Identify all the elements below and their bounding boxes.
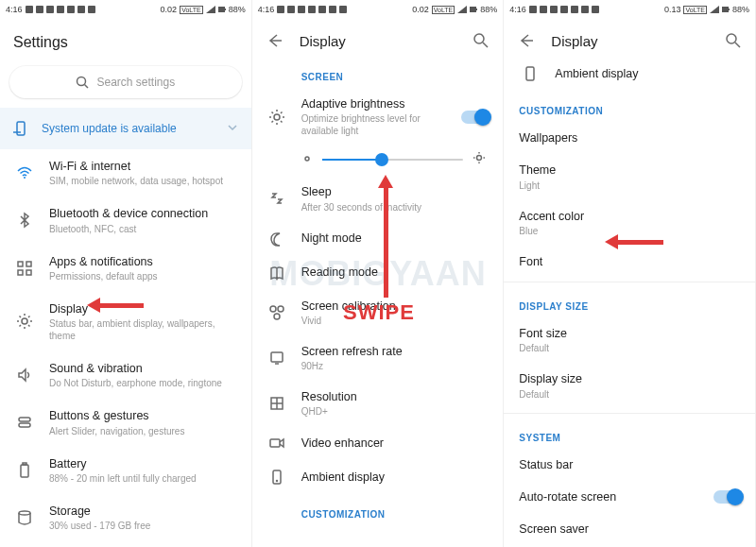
brightness-slider[interactable] — [252, 145, 504, 176]
item-font-size[interactable]: Font sizeDefault — [504, 317, 755, 363]
item-sub: Default — [519, 342, 742, 354]
brightness-low-icon — [301, 151, 313, 168]
section-system: SYSTEM — [504, 418, 755, 449]
settings-item-security[interactable]: Security & lock screen — [0, 541, 251, 547]
item-display-size[interactable]: Display sizeDefault — [504, 363, 755, 408]
item-sub: After 30 seconds of inactivity — [301, 201, 490, 214]
display-screen: 4:16 0.02 VoLTE 88% Display SCREE — [252, 0, 505, 547]
settings-item-apps[interactable]: Apps & notificationsPermissions, default… — [0, 245, 251, 292]
item-title: Battery — [49, 456, 238, 471]
svg-point-38 — [727, 34, 736, 43]
svg-rect-18 — [470, 7, 476, 12]
item-sub: Optimize brightness level for available … — [301, 112, 449, 137]
status-app-icon — [339, 6, 347, 13]
item-title: Font size — [519, 326, 742, 341]
svg-point-35 — [276, 481, 277, 482]
moon-icon — [268, 231, 285, 248]
svg-rect-28 — [271, 352, 283, 362]
settings-item-display[interactable]: DisplayStatus bar, ambient display, wall… — [0, 292, 251, 351]
chevron-down-icon — [227, 122, 238, 136]
svg-rect-13 — [19, 423, 30, 427]
status-app-icon — [581, 6, 589, 13]
item-status-bar[interactable]: Status bar — [504, 449, 755, 481]
item-sub: 88% - 20 min left until fully charged — [49, 472, 238, 485]
item-night-mode[interactable]: Night mode — [252, 222, 504, 256]
svg-rect-37 — [729, 9, 730, 10]
item-adaptive-brightness[interactable]: Adaptive brightnessOptimize brightness l… — [252, 88, 504, 145]
auto-rotate-toggle[interactable] — [713, 490, 742, 504]
item-refresh-rate[interactable]: Screen refresh rate90Hz — [252, 335, 504, 381]
item-font[interactable]: Font — [504, 246, 755, 278]
refresh-icon — [268, 350, 285, 367]
item-theme[interactable]: ThemeLight — [504, 154, 755, 199]
apps-icon — [16, 260, 33, 277]
status-app-icon — [36, 6, 43, 13]
swipe-label: SWIPE — [343, 300, 415, 325]
item-auto-rotate[interactable]: Auto-rotate screen — [504, 481, 755, 513]
settings-item-wifi[interactable]: Wi-Fi & internetSIM, mobile network, dat… — [0, 149, 251, 197]
item-sleep[interactable]: SleepAfter 30 seconds of inactivity — [252, 176, 504, 221]
item-ambient-display[interactable]: Ambient display — [504, 57, 755, 91]
svg-rect-9 — [18, 270, 23, 275]
item-ambient-display[interactable]: Ambient display — [252, 460, 504, 494]
banner-text: System update is available — [42, 122, 177, 135]
status-app-icon — [88, 6, 95, 13]
brightness-high-icon — [472, 151, 486, 168]
item-reading-mode[interactable]: Reading mode — [252, 256, 504, 290]
item-title: Wallpapers — [519, 130, 742, 145]
search-icon — [725, 32, 742, 49]
search-button[interactable] — [725, 32, 742, 49]
item-video-enhancer[interactable]: Video enhancer — [252, 426, 504, 460]
status-app-icon — [308, 6, 316, 13]
svg-point-22 — [274, 114, 280, 120]
item-title: Adaptive brightness — [301, 96, 449, 111]
settings-item-bluetooth[interactable]: Bluetooth & device connectionBluetooth, … — [0, 197, 251, 244]
settings-item-battery[interactable]: Battery88% - 20 min left until fully cha… — [0, 447, 251, 494]
adaptive-brightness-toggle[interactable] — [461, 111, 490, 124]
status-volte: VoLTE — [180, 6, 203, 14]
status-app-icon — [46, 6, 54, 13]
back-button[interactable] — [266, 32, 283, 49]
display-icon — [16, 313, 33, 330]
settings-item-buttons[interactable]: Buttons & gesturesAlert Slider, navigati… — [0, 399, 251, 446]
svg-point-24 — [477, 156, 482, 161]
svg-point-26 — [278, 306, 284, 312]
settings-item-sound[interactable]: Sound & vibrationDo Not Disturb, earphon… — [0, 351, 251, 399]
status-app-icon — [571, 6, 578, 13]
ambient-icon — [268, 469, 285, 486]
status-app-icon — [592, 6, 599, 13]
item-title: Display — [49, 301, 238, 316]
item-title: Display size — [519, 371, 742, 386]
item-title: Sound & vibration — [49, 361, 238, 376]
svg-point-16 — [19, 511, 30, 515]
item-title: Ambient display — [301, 470, 490, 485]
item-accent-color[interactable]: Accent colorBlue — [504, 200, 755, 246]
status-net-rate: 0.02 — [412, 5, 429, 14]
search-button[interactable] — [472, 32, 490, 49]
status-app-icon — [57, 6, 64, 13]
status-app-icon — [560, 6, 568, 13]
svg-point-25 — [270, 306, 276, 312]
svg-rect-12 — [19, 418, 30, 421]
signal-icon — [710, 6, 719, 13]
page-title: Display — [551, 33, 597, 49]
back-button[interactable] — [517, 32, 534, 49]
signal-icon — [457, 6, 467, 13]
battery-icon — [16, 462, 33, 479]
status-app-icon — [540, 6, 547, 13]
item-sub: SIM, mobile network, data usage, hotspot — [49, 175, 238, 187]
status-bar: 4:16 0.02 VoLTE 88% — [0, 0, 251, 19]
item-title: Theme — [519, 162, 742, 178]
item-screen-saver[interactable]: Screen saver — [504, 513, 755, 545]
settings-item-storage[interactable]: Storage30% used - 179 GB free — [0, 494, 251, 541]
status-time: 4:16 — [258, 5, 275, 14]
item-resolution[interactable]: ResolutionQHD+ — [252, 381, 504, 426]
system-update-banner[interactable]: System update is available — [0, 108, 251, 149]
item-sub: Light — [519, 179, 742, 192]
section-screen: SCREEN — [252, 57, 504, 88]
search-input[interactable]: Search settings — [9, 66, 242, 98]
item-title: Font — [519, 254, 742, 269]
item-title: Reading mode — [301, 265, 490, 280]
item-wallpapers[interactable]: Wallpapers — [504, 122, 755, 154]
battery-icon — [722, 6, 730, 13]
